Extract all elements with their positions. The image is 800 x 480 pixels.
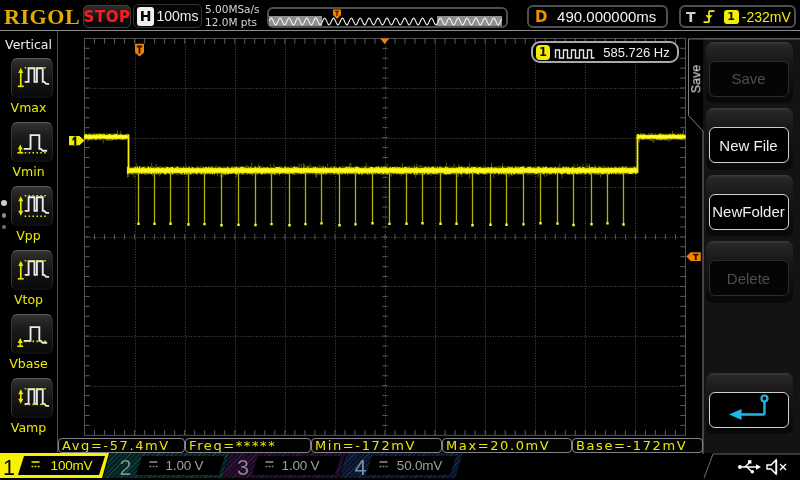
- square-wave-icon: [554, 46, 596, 59]
- memory-position-bar[interactable]: [267, 7, 508, 28]
- channel-status-bar: 1100mV21.00 V31.00 V450.0mV: [0, 453, 800, 480]
- page-indicator-dot: [1, 200, 7, 206]
- acquisition-info: 5.00MSa/s 12.0M pts: [205, 3, 275, 28]
- trigger-level-letter: [693, 254, 698, 260]
- menu-label-vamp: Vamp: [0, 420, 57, 435]
- memory-waveform-icon: [269, 9, 502, 26]
- measurement-readout: Avg=-57.4mV: [58, 438, 185, 453]
- vmin-icon: .w{stroke:#ececec;stroke-width:1.9;fill:…: [12, 123, 53, 162]
- softkey-save[interactable]: Save: [709, 61, 789, 97]
- vamp-icon: .w{stroke:#ececec;stroke-width:1.9;fill:…: [12, 379, 53, 418]
- measurement-readout: Base=-172mV: [572, 438, 703, 453]
- menu-label-vpp: Vpp: [0, 228, 57, 243]
- memory-depth: 12.0M pts: [205, 16, 275, 29]
- page-indicator-dot: [2, 213, 7, 218]
- menu-label-vbase: Vbase: [0, 356, 57, 371]
- softkey-label: New File: [719, 137, 777, 154]
- channel-3-number: 3: [237, 458, 249, 478]
- usb-icon: [738, 460, 761, 473]
- scope-display: [0, 0, 800, 480]
- vpp-icon: .w{stroke:#ececec;stroke-width:1.9;fill:…: [12, 187, 53, 226]
- left-menu-title: Vertical: [0, 37, 57, 52]
- menu-label-vmax: Vmax: [0, 100, 57, 115]
- menu-button-vmin[interactable]: .w{stroke:#ececec;stroke-width:1.9;fill:…: [11, 122, 53, 162]
- trigger-flag-letter: [137, 46, 142, 54]
- channel-2-number: 2: [120, 458, 132, 478]
- horizontal-timebase-box[interactable]: H 100ms: [133, 4, 202, 28]
- softkey-label: Delete: [727, 270, 770, 287]
- channel-1-number: 1: [3, 458, 15, 478]
- freq-counter-value: 585.726 Hz: [596, 45, 677, 60]
- speaker-muted-icon: [767, 460, 786, 474]
- menu-button-vamp[interactable]: .w{stroke:#ececec;stroke-width:1.9;fill:…: [11, 378, 53, 418]
- menu-tab-label: Save: [684, 58, 708, 100]
- menu-button-vmax[interactable]: .w{stroke:#ececec;stroke-width:1.9;fill:…: [11, 58, 53, 98]
- menu-button-vtop[interactable]: .w{stroke:#ececec;stroke-width:1.9;fill:…: [11, 250, 53, 290]
- softkey-return[interactable]: [709, 392, 789, 428]
- vbase-icon: .w{stroke:#ececec;stroke-width:1.9;fill:…: [12, 315, 53, 354]
- delay-value: 490.000000ms: [547, 8, 666, 25]
- horizontal-label: H: [137, 7, 154, 26]
- horizontal-label-text: H: [140, 8, 152, 24]
- left-menu-separator: [57, 31, 58, 452]
- trigger-center-marker: [380, 38, 389, 44]
- run-state-label: STOP: [84, 8, 131, 26]
- delay-label: D: [535, 8, 547, 26]
- measurement-readout: Min=-172mV: [311, 438, 442, 453]
- channel-3-scale: 1.00 V: [268, 456, 333, 475]
- freq-counter-source-text: 1: [539, 45, 547, 59]
- top-bar: RIGOL STOP H 100ms 5.00MSa/s 12.0M pts D…: [0, 0, 800, 31]
- page-indicator-dot: [2, 225, 6, 229]
- measurement-readout: Max=20.0mV: [442, 438, 572, 453]
- frequency-counter-badge: 1 585.726 Hz: [531, 41, 679, 63]
- run-state-badge[interactable]: STOP: [83, 5, 131, 28]
- sample-rate: 5.00MSa/s: [205, 3, 275, 16]
- softkey-newfolder[interactable]: NewFolder: [709, 194, 789, 230]
- timebase-value: 100ms: [154, 8, 201, 24]
- menu-button-vbase[interactable]: .w{stroke:#ececec;stroke-width:1.9;fill:…: [11, 314, 53, 354]
- vtop-icon: .w{stroke:#ececec;stroke-width:1.9;fill:…: [12, 251, 53, 290]
- channel-1-scale: 100mV: [46, 456, 97, 475]
- trigger-level-value: -232mV: [739, 9, 794, 25]
- rigol-logo: RIGOL: [4, 5, 80, 30]
- channel-4-scale: 50.0mV: [391, 456, 448, 475]
- top-bar-separator: [0, 30, 800, 31]
- channel-1-waveform: [85, 130, 686, 227]
- dc-coupling-icon: [31, 461, 40, 469]
- trigger-delay-box[interactable]: D 490.000000ms: [527, 5, 668, 28]
- softkey-delete[interactable]: Delete: [709, 260, 789, 296]
- menu-button-vpp[interactable]: .w{stroke:#ececec;stroke-width:1.9;fill:…: [11, 186, 53, 226]
- menu-label-vmin: Vmin: [0, 164, 57, 179]
- trigger-label: T: [686, 9, 696, 25]
- softkey-new-file[interactable]: New File: [709, 127, 789, 163]
- trigger-level-marker[interactable]: [686, 252, 701, 261]
- channel-1-level-marker[interactable]: [69, 136, 85, 145]
- softkey-label: NewFolder: [712, 203, 785, 220]
- vmax-icon: .w{stroke:#ececec;stroke-width:1.9;fill:…: [12, 59, 53, 98]
- trigger-source-text: 1: [727, 10, 735, 23]
- graticule: [85, 38, 686, 435]
- trigger-info-box[interactable]: T 1 -232mV: [679, 5, 796, 28]
- return-arrow-icon: [710, 393, 788, 427]
- menu-tab-text: Save: [689, 65, 703, 94]
- channel-4-number: 4: [355, 458, 367, 478]
- menu-label-vtop: Vtop: [0, 292, 57, 307]
- freq-counter-source-badge: 1: [536, 45, 550, 60]
- softkey-label: Save: [731, 70, 765, 87]
- status-icons: [737, 457, 793, 477]
- trigger-position-flag[interactable]: [135, 44, 144, 57]
- measurement-readout: Freq=*****: [185, 438, 311, 453]
- channel-2-scale: 1.00 V: [152, 456, 217, 475]
- dc-coupling-icon: [379, 461, 388, 469]
- trigger-source-badge: 1: [724, 10, 739, 24]
- falling-edge-icon: [702, 8, 716, 25]
- channel-marker-digit: [73, 136, 77, 145]
